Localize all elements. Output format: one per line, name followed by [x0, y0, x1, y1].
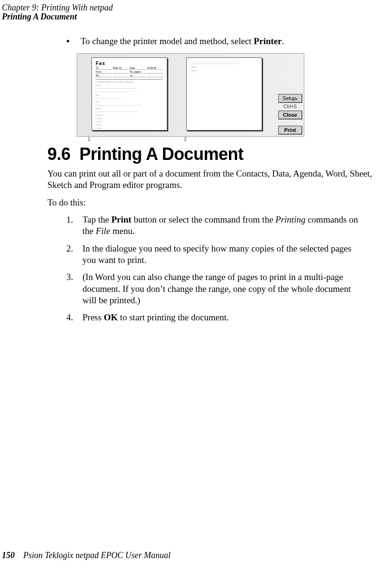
- bullet-text: To change the printer model and method, …: [81, 36, 284, 47]
- step-item: 1.Tap the Print button or select the com…: [66, 214, 383, 237]
- step-number: 1.: [66, 214, 82, 237]
- lead-in: To do this:: [47, 197, 383, 208]
- step-body: Tap the Print button or select the comma…: [82, 214, 383, 237]
- page-header: Chapter 9: Printing With netpad Printing…: [0, 0, 392, 22]
- chapter-label: Chapter 9: Printing With netpad: [0, 3, 392, 13]
- fax-title: Fax: [96, 61, 163, 66]
- step-body: (In Word you can also change the range o…: [82, 271, 383, 306]
- setup-shortcut: Ctrl+S: [278, 103, 302, 110]
- print-button[interactable]: Print: [278, 126, 302, 134]
- bullet-marker: •: [66, 36, 81, 47]
- step-number: 4.: [66, 312, 82, 323]
- preview-page-1: Fax To:Peter GrDate:16.09.99 From:No. pa…: [91, 57, 167, 131]
- page-number-2: 2: [184, 137, 187, 142]
- step-item: 2.In the dialogue you need to specify ho…: [66, 243, 383, 266]
- content-area: • To change the printer model and method…: [0, 22, 392, 323]
- step-number: 3.: [66, 271, 82, 306]
- step-number: 2.: [66, 243, 82, 266]
- steps-list: 1.Tap the Print button or select the com…: [47, 214, 383, 324]
- step-body: In the dialogue you need to specify how …: [82, 243, 383, 266]
- preview-pages: Fax To:Peter GrDate:16.09.99 From:No. pa…: [77, 54, 276, 136]
- setup-button[interactable]: Setup▾: [278, 94, 302, 103]
- section-label: Printing A Document: [0, 12, 392, 22]
- page-number: 150: [2, 550, 15, 560]
- close-button[interactable]: Close: [278, 111, 302, 119]
- step-body: Press OK to start printing the document.: [82, 312, 383, 323]
- step-item: 3.(In Word you can also change the range…: [66, 271, 383, 306]
- step-item: 4.Press OK to start printing the documen…: [66, 312, 383, 323]
- footer-title: Psion Teklogix netpad EPOC User Manual: [23, 550, 171, 560]
- preview-page-2: •. • • • • • • • • • • • • • • • • • • •…: [186, 57, 262, 131]
- bullet-item: • To change the printer model and method…: [66, 36, 383, 47]
- checkbox-row: □ Urgent □ Review □ Please □ Recycle: [96, 81, 163, 83]
- side-button-panel: Setup▾ Ctrl+S Close Print: [276, 54, 304, 136]
- section-heading: 9.6 Printing A Document: [47, 144, 383, 164]
- page-footer: 150Psion Teklogix netpad EPOC User Manua…: [2, 550, 171, 560]
- page-number-1: 1: [88, 137, 91, 142]
- print-preview-screenshot: Fax To:Peter GrDate:16.09.99 From:No. pa…: [77, 53, 304, 137]
- intro-paragraph: You can print out all or part of a docum…: [47, 168, 383, 191]
